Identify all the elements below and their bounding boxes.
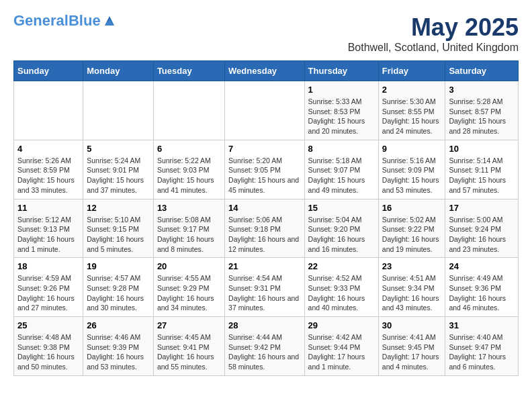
calendar-cell: [83, 81, 154, 140]
day-number: 19: [87, 261, 150, 271]
calendar-header: SundayMondayTuesdayWednesdayThursdayFrid…: [14, 61, 519, 81]
day-number: 23: [382, 261, 442, 271]
day-number: 15: [308, 203, 375, 213]
day-number: 24: [449, 261, 515, 271]
calendar-cell: 24Sunrise: 4:49 AMSunset: 9:36 PMDayligh…: [445, 258, 519, 317]
calendar-cell: 28Sunrise: 4:44 AMSunset: 9:42 PMDayligh…: [225, 317, 304, 376]
day-info: Sunrise: 4:45 AMSunset: 9:41 PMDaylight:…: [157, 332, 221, 372]
calendar-week-row: 25Sunrise: 4:48 AMSunset: 9:38 PMDayligh…: [14, 317, 519, 376]
day-info: Sunrise: 5:10 AMSunset: 9:15 PMDaylight:…: [87, 215, 150, 255]
day-info: Sunrise: 5:20 AMSunset: 9:05 PMDaylight:…: [228, 156, 300, 195]
day-info: Sunrise: 5:30 AMSunset: 8:55 PMDaylight:…: [382, 97, 442, 136]
day-info: Sunrise: 4:41 AMSunset: 9:45 PMDaylight:…: [382, 332, 442, 372]
svg-marker-1: [105, 19, 114, 26]
day-number: 21: [228, 261, 300, 271]
calendar-cell: 5Sunrise: 5:24 AMSunset: 9:01 PMDaylight…: [83, 140, 154, 199]
calendar-cell: 8Sunrise: 5:18 AMSunset: 9:07 PMDaylight…: [304, 140, 378, 199]
day-info: Sunrise: 5:16 AMSunset: 9:09 PMDaylight:…: [382, 156, 442, 195]
calendar-cell: 22Sunrise: 4:52 AMSunset: 9:33 PMDayligh…: [304, 258, 378, 317]
day-info: Sunrise: 5:24 AMSunset: 9:01 PMDaylight:…: [87, 156, 150, 195]
weekday-row: SundayMondayTuesdayWednesdayThursdayFrid…: [14, 61, 519, 81]
logo-icon: [102, 13, 117, 28]
day-info: Sunrise: 5:14 AMSunset: 9:11 PMDaylight:…: [449, 156, 515, 195]
day-number: 26: [87, 320, 150, 330]
day-info: Sunrise: 4:48 AMSunset: 9:38 PMDaylight:…: [17, 332, 79, 372]
weekday-header: Saturday: [445, 61, 519, 81]
day-number: 17: [449, 203, 515, 213]
day-number: 18: [17, 261, 79, 271]
day-info: Sunrise: 5:02 AMSunset: 9:22 PMDaylight:…: [382, 215, 442, 255]
day-number: 30: [382, 320, 442, 330]
weekday-header: Monday: [83, 61, 154, 81]
day-number: 22: [308, 261, 375, 271]
day-number: 16: [382, 203, 442, 213]
day-info: Sunrise: 4:42 AMSunset: 9:44 PMDaylight:…: [308, 332, 375, 372]
day-info: Sunrise: 4:52 AMSunset: 9:33 PMDaylight:…: [308, 273, 375, 313]
page-header: GeneralBlue May 2025 Bothwell, Scotland,…: [13, 13, 519, 54]
calendar-table: SundayMondayTuesdayWednesdayThursdayFrid…: [13, 60, 519, 376]
day-number: 4: [17, 144, 79, 154]
calendar-cell: 12Sunrise: 5:10 AMSunset: 9:15 PMDayligh…: [83, 199, 154, 258]
day-info: Sunrise: 5:22 AMSunset: 9:03 PMDaylight:…: [157, 156, 221, 195]
logo-text: GeneralBlue: [13, 13, 101, 28]
title-block: May 2025 Bothwell, Scotland, United King…: [348, 13, 519, 54]
day-number: 7: [228, 144, 300, 154]
calendar-body: 1Sunrise: 5:33 AMSunset: 8:53 PMDaylight…: [14, 81, 519, 376]
day-info: Sunrise: 5:26 AMSunset: 8:59 PMDaylight:…: [17, 156, 79, 195]
month-title: May 2025: [348, 13, 519, 42]
day-info: Sunrise: 5:08 AMSunset: 9:17 PMDaylight:…: [157, 215, 221, 255]
calendar-cell: 14Sunrise: 5:06 AMSunset: 9:18 PMDayligh…: [225, 199, 304, 258]
calendar-cell: 16Sunrise: 5:02 AMSunset: 9:22 PMDayligh…: [378, 199, 445, 258]
calendar-cell: [153, 81, 224, 140]
calendar-week-row: 11Sunrise: 5:12 AMSunset: 9:13 PMDayligh…: [14, 199, 519, 258]
calendar-cell: 23Sunrise: 4:51 AMSunset: 9:34 PMDayligh…: [378, 258, 445, 317]
day-number: 25: [17, 320, 79, 330]
calendar-cell: 9Sunrise: 5:16 AMSunset: 9:09 PMDaylight…: [378, 140, 445, 199]
calendar-cell: 31Sunrise: 4:40 AMSunset: 9:47 PMDayligh…: [445, 317, 519, 376]
calendar-cell: 3Sunrise: 5:28 AMSunset: 8:57 PMDaylight…: [445, 81, 519, 140]
weekday-header: Sunday: [14, 61, 83, 81]
calendar-cell: 26Sunrise: 4:46 AMSunset: 9:39 PMDayligh…: [83, 317, 154, 376]
calendar-cell: 20Sunrise: 4:55 AMSunset: 9:29 PMDayligh…: [153, 258, 224, 317]
day-info: Sunrise: 5:28 AMSunset: 8:57 PMDaylight:…: [449, 97, 515, 136]
day-number: 9: [382, 144, 442, 154]
weekday-header: Wednesday: [225, 61, 304, 81]
day-number: 29: [308, 320, 375, 330]
day-info: Sunrise: 5:18 AMSunset: 9:07 PMDaylight:…: [308, 156, 375, 195]
calendar-cell: 6Sunrise: 5:22 AMSunset: 9:03 PMDaylight…: [153, 140, 224, 199]
calendar-cell: 25Sunrise: 4:48 AMSunset: 9:38 PMDayligh…: [14, 317, 83, 376]
calendar-cell: 19Sunrise: 4:57 AMSunset: 9:28 PMDayligh…: [83, 258, 154, 317]
day-number: 12: [87, 203, 150, 213]
day-info: Sunrise: 4:54 AMSunset: 9:31 PMDaylight:…: [228, 273, 300, 313]
day-number: 8: [308, 144, 375, 154]
calendar-cell: 21Sunrise: 4:54 AMSunset: 9:31 PMDayligh…: [225, 258, 304, 317]
logo: GeneralBlue: [13, 13, 117, 28]
day-number: 31: [449, 320, 515, 330]
day-number: 6: [157, 144, 221, 154]
day-info: Sunrise: 5:04 AMSunset: 9:20 PMDaylight:…: [308, 215, 375, 255]
day-number: 28: [228, 320, 300, 330]
day-info: Sunrise: 5:06 AMSunset: 9:18 PMDaylight:…: [228, 215, 300, 255]
day-info: Sunrise: 4:49 AMSunset: 9:36 PMDaylight:…: [449, 273, 515, 313]
calendar-cell: 18Sunrise: 4:59 AMSunset: 9:26 PMDayligh…: [14, 258, 83, 317]
calendar-week-row: 1Sunrise: 5:33 AMSunset: 8:53 PMDaylight…: [14, 81, 519, 140]
weekday-header: Friday: [378, 61, 445, 81]
day-info: Sunrise: 5:12 AMSunset: 9:13 PMDaylight:…: [17, 215, 79, 255]
day-info: Sunrise: 4:44 AMSunset: 9:42 PMDaylight:…: [228, 332, 300, 372]
calendar-cell: 30Sunrise: 4:41 AMSunset: 9:45 PMDayligh…: [378, 317, 445, 376]
calendar-cell: [225, 81, 304, 140]
day-number: 2: [382, 85, 442, 95]
calendar-cell: 15Sunrise: 5:04 AMSunset: 9:20 PMDayligh…: [304, 199, 378, 258]
calendar-cell: 29Sunrise: 4:42 AMSunset: 9:44 PMDayligh…: [304, 317, 378, 376]
location-title: Bothwell, Scotland, United Kingdom: [348, 42, 519, 54]
day-info: Sunrise: 4:57 AMSunset: 9:28 PMDaylight:…: [87, 273, 150, 313]
calendar-week-row: 4Sunrise: 5:26 AMSunset: 8:59 PMDaylight…: [14, 140, 519, 199]
day-number: 1: [308, 85, 375, 95]
day-number: 27: [157, 320, 221, 330]
day-info: Sunrise: 4:59 AMSunset: 9:26 PMDaylight:…: [17, 273, 79, 313]
day-info: Sunrise: 5:00 AMSunset: 9:24 PMDaylight:…: [449, 215, 515, 255]
day-number: 3: [449, 85, 515, 95]
calendar-cell: 1Sunrise: 5:33 AMSunset: 8:53 PMDaylight…: [304, 81, 378, 140]
day-number: 11: [17, 203, 79, 213]
calendar-cell: 11Sunrise: 5:12 AMSunset: 9:13 PMDayligh…: [14, 199, 83, 258]
